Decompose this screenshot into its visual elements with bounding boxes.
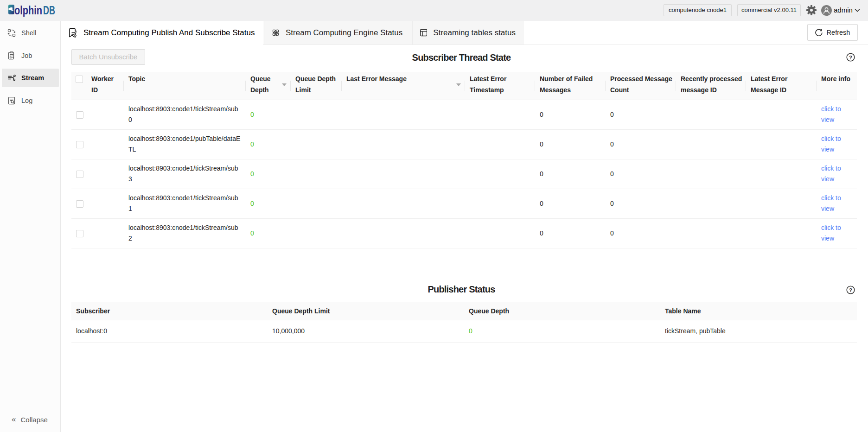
- svg-text:?: ?: [849, 55, 852, 60]
- svg-text:?: ?: [849, 287, 852, 293]
- svg-text:DB: DB: [43, 4, 55, 17]
- svg-text:olphin: olphin: [14, 4, 42, 17]
